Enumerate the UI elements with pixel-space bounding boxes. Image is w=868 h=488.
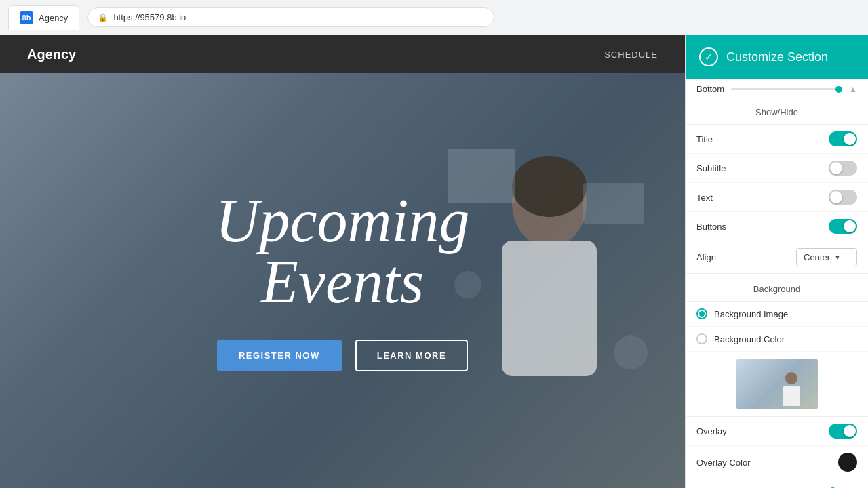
buttons-toggle[interactable] (829, 219, 857, 234)
buttons-toggle-knob (844, 220, 856, 232)
svg-rect-2 (502, 241, 597, 376)
hero-title-line2: Events (261, 248, 424, 315)
nav-link-schedule[interactable]: SCHEDULE (604, 49, 658, 60)
subtitle-label: Subtitle (696, 163, 726, 174)
url-text: https://95579.8b.io (113, 12, 186, 22)
image-thumbnail-container (686, 352, 868, 417)
scroll-label: Bottom (696, 84, 724, 94)
bg-image-radio-row[interactable]: Background Image (686, 302, 868, 327)
site-logo: Agency (27, 47, 76, 62)
learn-more-button[interactable]: LEARN MORE (355, 340, 468, 371)
align-dropdown-arrow: ▼ (834, 253, 841, 261)
align-select[interactable]: Center ▼ (796, 248, 857, 266)
background-section-label: Background (686, 277, 868, 302)
svg-point-6 (614, 336, 648, 369)
site-nav: Agency SCHEDULE (0, 35, 685, 73)
register-button[interactable]: REGISTER NOW (217, 340, 342, 371)
show-hide-label: Show/Hide (686, 100, 868, 125)
website-preview: Agency SCHEDULE (0, 35, 685, 488)
thumb-body (783, 386, 800, 406)
text-toggle[interactable] (829, 190, 857, 205)
scroll-thumb (835, 86, 842, 93)
subtitle-toggle-knob (830, 162, 842, 174)
thumb-head (785, 372, 797, 384)
buttons-toggle-row: Buttons (686, 212, 868, 241)
bg-image-label: Background Image (714, 309, 788, 319)
hero-content: Upcoming Events REGISTER NOW LEARN MORE (216, 190, 470, 371)
bg-color-radio[interactable] (696, 333, 707, 344)
panel-title: Customize Section (726, 50, 828, 64)
lock-icon: 🔒 (98, 13, 108, 22)
overlay-toggle-knob (844, 425, 856, 437)
opacity-row: Opacity (686, 479, 868, 488)
thumb-person (781, 372, 802, 409)
align-label: Align (696, 252, 716, 262)
address-bar[interactable]: 🔒 https://95579.8b.io (87, 7, 494, 27)
overlay-color-label: Overlay Color (696, 458, 750, 468)
scroll-up-arrow[interactable]: ▲ (849, 85, 857, 94)
buttons-label: Buttons (696, 222, 726, 232)
customize-panel: ✓ Customize Section Bottom ▲ Show/Hide T… (685, 35, 868, 488)
text-label: Text (696, 192, 713, 203)
overlay-label: Overlay (696, 426, 727, 436)
hero-buttons: REGISTER NOW LEARN MORE (216, 340, 470, 371)
site-nav-links: SCHEDULE (604, 49, 658, 60)
check-icon: ✓ (699, 47, 718, 66)
scroll-row: Bottom ▲ (686, 79, 868, 100)
overlay-toggle[interactable] (829, 424, 857, 439)
bg-color-label: Background Color (714, 334, 785, 344)
svg-point-1 (512, 156, 587, 217)
overlay-color-swatch[interactable] (838, 453, 857, 472)
hero-title: Upcoming Events (216, 190, 470, 312)
overlay-toggle-row: Overlay (686, 417, 868, 446)
text-toggle-row: Text (686, 183, 868, 212)
tab-title: Agency (39, 13, 68, 23)
title-toggle[interactable] (829, 131, 857, 146)
subtitle-toggle[interactable] (829, 161, 857, 176)
hero-person-image (448, 149, 651, 488)
svg-rect-4 (583, 183, 644, 224)
hero-title-line1: Upcoming (216, 187, 470, 254)
background-image-thumbnail[interactable] (736, 359, 818, 409)
title-label: Title (696, 134, 713, 144)
scroll-track (731, 88, 842, 90)
browser-bar: 8b Agency 🔒 https://95579.8b.io (0, 0, 868, 35)
align-value: Center (804, 252, 830, 262)
text-toggle-knob (830, 191, 842, 203)
main-area: Agency SCHEDULE (0, 35, 868, 488)
tab-logo: 8b (20, 11, 33, 24)
panel-header: ✓ Customize Section (686, 35, 868, 79)
subtitle-toggle-row: Subtitle (686, 154, 868, 183)
hero-section: Upcoming Events REGISTER NOW LEARN MORE (0, 73, 685, 488)
title-toggle-row: Title (686, 125, 868, 154)
overlay-color-row: Overlay Color (686, 446, 868, 479)
browser-tab[interactable]: 8b Agency (8, 5, 79, 30)
bg-color-radio-row[interactable]: Background Color (686, 327, 868, 352)
title-toggle-knob (844, 133, 856, 145)
bg-image-radio[interactable] (696, 308, 707, 319)
align-row: Align Center ▼ (686, 241, 868, 274)
